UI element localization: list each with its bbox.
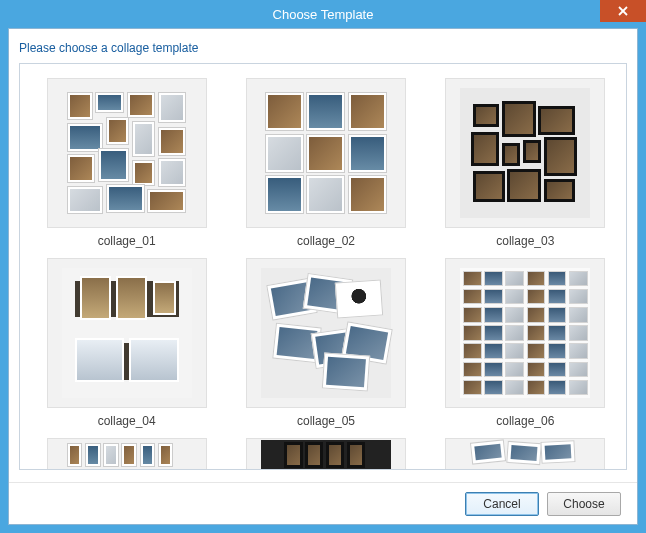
template-label: collage_02	[297, 234, 355, 248]
button-bar: Cancel Choose	[9, 482, 637, 524]
close-icon	[618, 6, 628, 16]
template-item[interactable]: collage_06	[433, 258, 618, 428]
template-thumbnail	[47, 78, 207, 228]
template-item[interactable]	[34, 438, 219, 469]
template-gallery: collage_01	[19, 63, 627, 470]
dialog-client: Please choose a collage template	[8, 28, 638, 525]
template-label: collage_06	[496, 414, 554, 428]
dialog-window: Choose Template Please choose a collage …	[0, 0, 646, 533]
template-item[interactable]	[433, 438, 618, 469]
template-thumbnail	[445, 258, 605, 408]
titlebar: Choose Template	[0, 0, 646, 28]
instruction-text: Please choose a collage template	[9, 29, 637, 63]
template-scroll[interactable]: collage_01	[20, 64, 626, 469]
template-item[interactable]: collage_05	[233, 258, 418, 428]
template-item[interactable]: collage_03	[433, 78, 618, 248]
template-thumbnail	[47, 258, 207, 408]
template-thumbnail	[246, 258, 406, 408]
template-label: collage_03	[496, 234, 554, 248]
window-title: Choose Template	[273, 7, 374, 22]
template-grid: collage_01	[34, 78, 618, 469]
template-label: collage_04	[98, 414, 156, 428]
template-thumbnail	[246, 78, 406, 228]
template-thumbnail	[246, 438, 406, 469]
close-button[interactable]	[600, 0, 646, 22]
template-item[interactable]	[233, 438, 418, 469]
template-thumbnail	[47, 438, 207, 469]
template-thumbnail	[445, 438, 605, 469]
cancel-button[interactable]: Cancel	[465, 492, 539, 516]
template-item[interactable]: collage_02	[233, 78, 418, 248]
template-item[interactable]: collage_04	[34, 258, 219, 428]
template-label: collage_05	[297, 414, 355, 428]
choose-button[interactable]: Choose	[547, 492, 621, 516]
template-item[interactable]: collage_01	[34, 78, 219, 248]
template-thumbnail	[445, 78, 605, 228]
template-label: collage_01	[98, 234, 156, 248]
